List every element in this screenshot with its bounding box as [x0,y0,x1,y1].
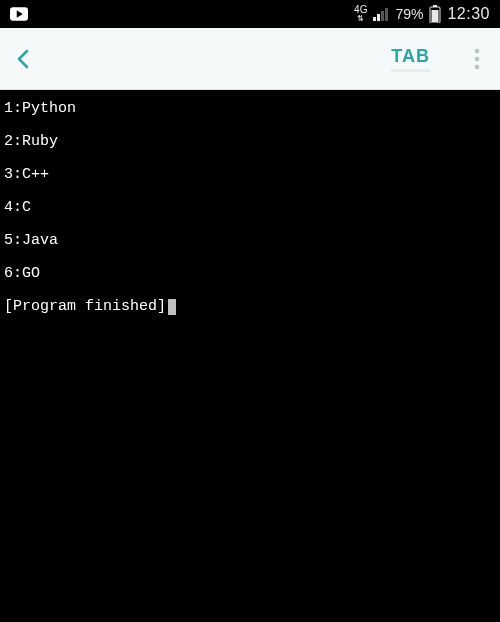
svg-rect-4 [381,11,384,21]
program-finished-line: [Program finished] [4,296,496,317]
svg-point-10 [475,56,479,60]
output-line: 2:Ruby [4,131,496,152]
output-line: 1:Python [4,98,496,119]
more-menu-button[interactable] [466,40,488,78]
status-left [10,7,28,21]
battery-icon [429,5,441,23]
svg-rect-3 [377,14,380,21]
clock: 12:30 [447,5,490,23]
output-line: 3:C++ [4,164,496,185]
terminal-output[interactable]: 1:Python 2:Ruby 3:C++ 4:C 5:Java 6:GO [P… [0,90,500,622]
output-line: 6:GO [4,263,496,284]
tab-button[interactable]: TAB [391,46,430,72]
network-4g-icon: 4G ⇅ [354,5,367,23]
status-right: 4G ⇅ 79% 12:30 [354,5,490,23]
svg-rect-8 [432,10,439,22]
output-line: 5:Java [4,230,496,251]
signal-icon [373,7,389,21]
cursor-icon [168,299,176,315]
youtube-icon [10,7,28,21]
svg-rect-5 [385,8,388,21]
svg-rect-2 [373,17,376,21]
output-line: 4:C [4,197,496,218]
back-button[interactable] [12,47,36,71]
svg-point-11 [475,64,479,68]
svg-point-9 [475,48,479,52]
status-bar: 4G ⇅ 79% 12:30 [0,0,500,28]
app-bar: TAB [0,28,500,90]
battery-percent: 79% [395,6,423,22]
program-finished-text: [Program finished] [4,296,166,317]
